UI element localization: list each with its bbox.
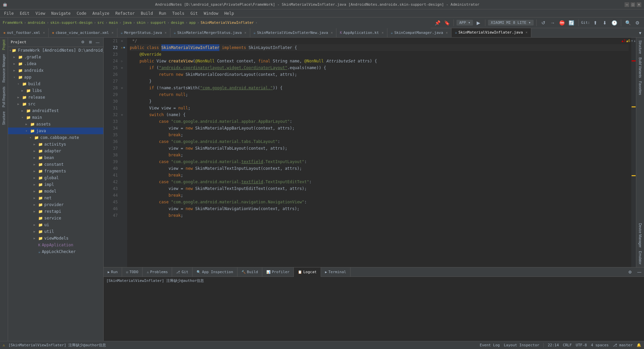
breadcrumb-file[interactable]: SkinMaterialViewInflater: [201, 20, 254, 25]
tab-close-footbar[interactable]: ×: [43, 31, 45, 35]
tree-adapter[interactable]: ▶ 📁 adapter: [8, 148, 103, 154]
tab-build[interactable]: 🔨 Build: [237, 267, 262, 277]
tab-close-merger[interactable]: ×: [165, 31, 167, 35]
tree-restapi[interactable]: ▶ 📁 restapi: [8, 208, 103, 215]
code-content[interactable]: */ public class SkinMaterialViewInflater…: [127, 38, 631, 267]
menu-code[interactable]: Code: [74, 10, 89, 16]
tab-logcat[interactable]: 📋 Logcat: [294, 267, 321, 277]
git-push-btn[interactable]: ⬆: [591, 19, 599, 27]
tree-util[interactable]: ▶ 📁 util: [8, 228, 103, 235]
tree-androidtest[interactable]: ▶ 📁 androidTest: [8, 107, 103, 114]
tab-close-inflater-new[interactable]: ×: [331, 31, 333, 35]
menu-help[interactable]: Help: [222, 10, 237, 16]
tree-impl[interactable]: ▶ 📁 impl: [8, 181, 103, 188]
menu-file[interactable]: File: [1, 10, 16, 16]
forward-btn[interactable]: →: [549, 19, 557, 27]
menu-git[interactable]: Git: [188, 10, 201, 16]
tab-todo[interactable]: ☑ TODO: [122, 267, 143, 277]
settings-btn[interactable]: ⚙: [633, 19, 641, 27]
tree-root[interactable]: ▾ 📁 FrameWork [AndroidNotes] D:\android_…: [8, 47, 103, 54]
close-btn[interactable]: ×: [637, 2, 641, 7]
tab-close-compat-manager[interactable]: ×: [446, 31, 448, 35]
app-selector[interactable]: APP ▾: [457, 20, 473, 26]
breadcrumb-main[interactable]: main: [109, 20, 118, 25]
tree-service[interactable]: 📁 service: [8, 215, 103, 221]
pull-requests-btn[interactable]: Pull Requests: [1, 85, 6, 109]
nav-up-icon[interactable]: ↑: [631, 39, 633, 43]
window-controls[interactable]: — □ ×: [625, 2, 641, 7]
menu-build[interactable]: Build: [138, 10, 156, 16]
tree-ui[interactable]: ▶ 📁 ui: [8, 221, 103, 228]
breadcrumb-src[interactable]: src: [97, 20, 104, 25]
indent[interactable]: 4 spaces: [591, 343, 609, 348]
tree-provider[interactable]: ▶ 📁 provider: [8, 201, 103, 208]
tree-model[interactable]: ▶ 📁 model: [8, 188, 103, 195]
tree-applock[interactable]: ☕ AppLockChecker: [8, 248, 103, 255]
emulator-btn[interactable]: Emulator: [638, 250, 643, 266]
tab-actionbar-xml[interactable]: ◈ cbase_view_actionbar.xml ×: [49, 28, 117, 38]
tab-close-appaplication[interactable]: ×: [382, 31, 384, 35]
tree-assets[interactable]: ▶ 📁 assets: [8, 121, 103, 128]
tree-androidx[interactable]: ▶ 📁 androidx: [8, 67, 103, 74]
tree-gradle[interactable]: ▶ 📁 .gradle: [8, 54, 103, 60]
tab-close-actionbar[interactable]: ×: [112, 31, 114, 35]
bookmark-btn[interactable]: 🔖: [443, 19, 451, 27]
event-log-btn[interactable]: Event Log: [480, 343, 500, 348]
tree-idea[interactable]: ▶ 📁 .idea: [8, 60, 103, 67]
tree-libs[interactable]: ▶ 📁 libs: [8, 87, 103, 94]
tree-viewmodels[interactable]: ▶ 📁 viewModels: [8, 235, 103, 242]
tree-build[interactable]: ▾ 📁 build: [8, 81, 103, 87]
breadcrumb-support[interactable]: support: [150, 20, 166, 25]
breadcrumb-skin[interactable]: skin: [137, 20, 146, 25]
build-variants-btn[interactable]: Build Variants: [638, 56, 643, 79]
nav-down-icon[interactable]: ↓: [634, 39, 636, 43]
project-tab-btn[interactable]: Project: [1, 38, 6, 52]
breadcrumb-java[interactable]: java: [123, 20, 132, 25]
tree-net[interactable]: ▶ 📁 net: [8, 195, 103, 201]
tab-compat-manager[interactable]: ☕ SkinCompatManager.java ×: [387, 28, 451, 38]
tree-constant[interactable]: ▶ 📁 constant: [8, 161, 103, 168]
breadcrumb-framework[interactable]: FrameWork: [3, 20, 23, 25]
tab-view-inflater-active[interactable]: ☕ SkinMaterialViewInflater.java ×: [451, 28, 531, 38]
pin-btn[interactable]: 📌: [433, 19, 441, 27]
resource-manager-btn[interactable]: Resource Manager: [1, 52, 6, 85]
device-selector[interactable]: XIAOMI MI 8 LITE ▾: [488, 20, 533, 26]
structure-right-btn[interactable]: Structure: [638, 39, 643, 55]
tree-appaplication[interactable]: K AppAplication: [8, 242, 103, 248]
tab-app-inspection[interactable]: 🔍 App Inspection: [193, 267, 237, 277]
stop-btn[interactable]: ⛔: [558, 19, 566, 27]
layout-inspector-btn[interactable]: Layout Inspector: [504, 343, 539, 348]
menu-refactor[interactable]: Refactor: [113, 10, 138, 16]
tab-git[interactable]: ⎇ Git: [172, 267, 193, 277]
maximize-btn[interactable]: □: [631, 2, 635, 7]
tab-footbar-xml[interactable]: ◈ out_footbar.xml ×: [0, 28, 49, 38]
panel-hide-btn[interactable]: —: [95, 39, 101, 45]
menu-edit[interactable]: Edit: [17, 10, 32, 16]
sync-btn[interactable]: 🔄: [568, 19, 576, 27]
tab-close-view-inflater[interactable]: ×: [526, 31, 528, 34]
minimize-btn[interactable]: —: [625, 2, 629, 7]
tab-close-skin-merger[interactable]: ×: [245, 31, 247, 35]
tree-fragments[interactable]: ▶ 📁 fragments: [8, 168, 103, 174]
tree-global[interactable]: ▶ 📁 global: [8, 174, 103, 181]
tab-merger-status[interactable]: ☕ MergerStatus.java ×: [117, 28, 170, 38]
tab-profiler[interactable]: 📊 Profiler: [262, 267, 294, 277]
tab-list-btn[interactable]: ▾: [636, 29, 644, 37]
search-btn[interactable]: 🔍: [624, 19, 632, 27]
menu-analyze[interactable]: Analyze: [90, 10, 112, 16]
tree-java[interactable]: ▾ 📁 java: [8, 128, 103, 134]
favorites-btn[interactable]: Favorites: [638, 80, 643, 96]
charset[interactable]: UTF-8: [576, 343, 587, 348]
git-history-btn[interactable]: 🕐: [610, 19, 618, 27]
bottom-hide-btn[interactable]: —: [635, 270, 644, 275]
tree-release[interactable]: ▶ 📁 release: [8, 94, 103, 101]
breadcrumb-app[interactable]: app: [189, 20, 196, 25]
tab-appaplication[interactable]: K AppAplication.kt ×: [336, 28, 387, 38]
breadcrumb-androidx[interactable]: androidx: [28, 20, 45, 25]
panel-gear-btn[interactable]: ⚙: [80, 39, 86, 45]
breadcrumb-design[interactable]: design: [171, 20, 184, 25]
bottom-settings-btn[interactable]: ⚙: [626, 270, 635, 275]
refresh-btn[interactable]: ↺: [539, 19, 547, 27]
structure-left-btn[interactable]: Structure: [1, 109, 6, 127]
breadcrumb-skin-support[interactable]: skin-support-design: [50, 20, 93, 25]
